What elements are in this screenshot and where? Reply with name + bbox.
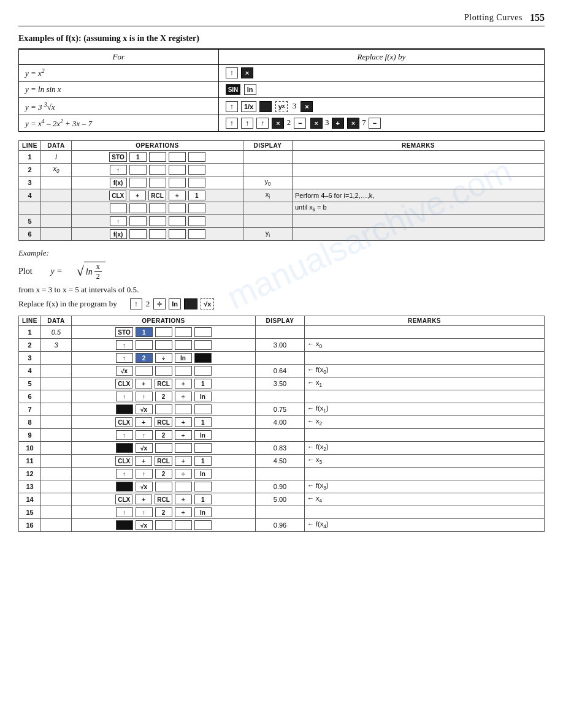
btn-up-t2-12b[interactable]: ↑ — [136, 469, 153, 479]
btn-plus2-t2-5[interactable]: + — [175, 379, 192, 389]
t2-row-14: 14 CLX + RCL + 1 5.00 ← x4 — [19, 493, 545, 506]
btn-clx-4[interactable]: CLX — [109, 191, 126, 200]
example-for-2: y = ln sin x — [19, 82, 219, 98]
btn-rcl-t2-5[interactable]: RCL — [155, 379, 172, 389]
btn-ln-t2-12[interactable]: ln — [194, 469, 212, 479]
btn-up-t2-9a[interactable]: ↑ — [116, 430, 133, 440]
btn-div-t2-12[interactable]: ÷ — [175, 469, 192, 479]
example-row-4: y = x4 – 2x2 + 3x – 7 ↑ ↑ ↑ × 2 − × 3 + … — [19, 115, 545, 131]
btn-1-t2-11[interactable]: 1 — [194, 456, 212, 466]
btn-1-t2-5[interactable]: 1 — [194, 379, 212, 389]
t2-row-8: 8 CLX + RCL + 1 4.00 ← x2 — [19, 416, 545, 429]
btn-sto-t2-1[interactable]: STO — [115, 327, 132, 337]
t2-row-3: 3 ↑ 2 ÷ ln — [19, 352, 545, 365]
btn-1-t2-8[interactable]: 1 — [194, 417, 212, 427]
t2-row-7: 7 √x 0.75 ← f(x1) — [19, 403, 545, 416]
btn-rcl-t2-8[interactable]: RCL — [155, 417, 172, 427]
t2-row-9: 9 ↑ ↑ 2 ÷ ln — [19, 429, 545, 442]
btn-div-t2-9[interactable]: ÷ — [175, 430, 192, 440]
btn-plus2-t2-8[interactable]: + — [175, 417, 192, 427]
btn-up-5[interactable]: ↑ — [110, 216, 127, 226]
btn-sqrt-t2-10[interactable]: √x — [136, 443, 153, 453]
btn-ln-t2-3[interactable]: ln — [175, 353, 192, 363]
btn-ln-t2-9[interactable]: ln — [194, 430, 212, 440]
btn-dark-t2-3[interactable] — [194, 353, 212, 363]
example-for-3: y = 3 3√x — [19, 98, 219, 115]
btn-sqrt-t2-4[interactable]: √x — [116, 366, 133, 376]
key-up-replace[interactable]: ↑ — [130, 298, 142, 309]
th-ops-1: OPERATIONS — [72, 141, 243, 151]
btn-1[interactable]: 1 — [129, 152, 147, 162]
btn-clx-t2-14[interactable]: CLX — [115, 495, 132, 504]
t2-row-2: 2 3 ↑ 3.00 ← x0 — [19, 339, 545, 352]
btn-1-blue-t2-1[interactable]: 1 — [136, 327, 153, 337]
btn-div-t2-6[interactable]: ÷ — [175, 392, 192, 401]
btn-2-t2-6[interactable]: 2 — [155, 392, 172, 401]
btn-up-t2-2[interactable]: ↑ — [116, 340, 133, 350]
btn-ln-t2-6[interactable]: ln — [194, 392, 212, 401]
btn-up-t2-3[interactable]: ↑ — [116, 353, 133, 363]
replace-line: Replace f(x) in the program by ↑ 2 ÷ ln … — [18, 298, 545, 309]
key-ln-replace[interactable]: ln — [169, 298, 181, 309]
btn-sqrt-t2-16[interactable]: √x — [136, 520, 153, 530]
btn-empty-1c — [188, 152, 205, 162]
example-replace-1: ↑ × — [218, 65, 544, 82]
t2-row-4: 4 √x 0.64 ← f(x0) — [19, 365, 545, 377]
th-line-2: LINE — [19, 316, 41, 326]
btn-1-4[interactable]: 1 — [188, 191, 205, 200]
btn-up-t2-15b[interactable]: ↑ — [136, 507, 153, 517]
btn-clx-t2-11[interactable]: CLX — [115, 456, 132, 466]
btn-up-t2-6b[interactable]: ↑ — [136, 392, 153, 401]
col-replace: Replace f(x) by — [218, 49, 544, 65]
t2-row-6: 6 ↑ ↑ 2 ÷ ln — [19, 390, 545, 403]
table1-row-2: 2 x0 ↑ — [19, 164, 545, 176]
th-data-1: DATA — [41, 141, 72, 151]
btn-up-t2-9b[interactable]: ↑ — [136, 430, 153, 440]
btn-plus2-t2-14[interactable]: + — [175, 495, 192, 504]
btn-up-2[interactable]: ↑ — [110, 165, 127, 175]
table1-row-6: 6 f(x) yi — [19, 228, 545, 241]
btn-ln-t2-15[interactable]: ln — [194, 507, 212, 517]
btn-rcl-t2-11[interactable]: RCL — [155, 456, 172, 466]
btn-2-t2-12[interactable]: 2 — [155, 469, 172, 479]
btn-up-t2-6a[interactable]: ↑ — [116, 392, 133, 401]
btn-clx-t2-5[interactable]: CLX — [115, 379, 132, 389]
btn-clx-t2-8[interactable]: CLX — [115, 417, 132, 427]
btn-2-blue-t2-3[interactable]: 2 — [136, 353, 153, 363]
btn-div-t2-15[interactable]: ÷ — [175, 507, 192, 517]
btn-plus-t2-8[interactable]: + — [135, 417, 152, 427]
btn-sqrt-t2-13[interactable]: √x — [136, 482, 153, 491]
btn-up-t2-12a[interactable]: ↑ — [116, 469, 133, 479]
btn-plus-t2-5[interactable]: + — [135, 379, 152, 389]
btn-plus-4[interactable]: + — [129, 191, 146, 200]
btn-fx-3[interactable]: f(x) — [110, 178, 127, 188]
btn-rcl-t2-14[interactable]: RCL — [155, 495, 172, 504]
btn-dark-t2-13[interactable] — [116, 482, 133, 491]
btn-plus-t2-11[interactable]: + — [135, 456, 152, 466]
btn-fx-6[interactable]: f(x) — [110, 229, 127, 239]
plot-eq-y: y = — [51, 267, 63, 276]
t2-row-11: 11 CLX + RCL + 1 4.50 ← x3 — [19, 455, 545, 468]
frac-denominator: 2 — [94, 272, 102, 281]
btn-2-t2-9[interactable]: 2 — [155, 430, 172, 440]
btn-2-t2-15[interactable]: 2 — [155, 507, 172, 517]
btn-dark-t2-7[interactable] — [116, 404, 133, 414]
btn-up-t2-15a[interactable]: ↑ — [116, 507, 133, 517]
key-dark-replace[interactable] — [184, 298, 197, 309]
btn-1-t2-14[interactable]: 1 — [194, 495, 212, 504]
btn-dark-t2-10[interactable] — [116, 443, 133, 453]
btn-plus2-4[interactable]: + — [169, 191, 186, 200]
from-line: from x = 3 to x = 5 at intervals of 0.5. — [18, 285, 545, 295]
key-div-replace[interactable]: ÷ — [153, 298, 166, 309]
btn-sqrt-t2-7[interactable]: √x — [136, 404, 153, 414]
btn-sto[interactable]: STO — [109, 152, 126, 162]
btn-div-t2-3[interactable]: ÷ — [155, 353, 172, 363]
btn-dark-t2-16[interactable] — [116, 520, 133, 530]
key-sqrt-replace[interactable]: √x — [201, 298, 214, 309]
th-display-1: DISPLAY — [243, 141, 293, 151]
btn-plus-t2-14[interactable]: + — [135, 495, 152, 504]
btn-plus2-t2-11[interactable]: + — [175, 456, 192, 466]
plot-word: Plot — [18, 267, 33, 276]
op-table-2: LINE DATA OPERATIONS DISPLAY REMARKS 1 0… — [18, 316, 545, 532]
btn-rcl-4[interactable]: RCL — [148, 191, 166, 200]
